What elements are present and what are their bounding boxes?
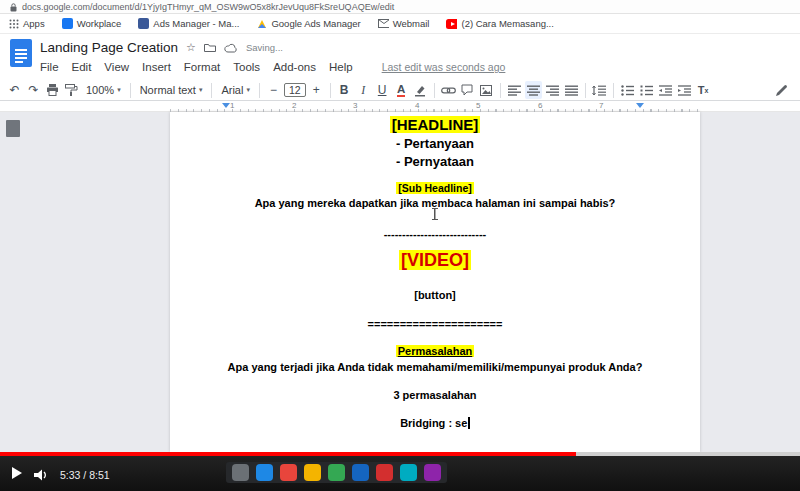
document-title[interactable]: Landing Page Creation xyxy=(40,40,178,55)
menu-insert[interactable]: Insert xyxy=(142,61,171,73)
editing-mode-pencil-icon[interactable] xyxy=(773,81,790,99)
google-ads-icon xyxy=(256,18,267,29)
font-family-select[interactable]: Arial▾ xyxy=(217,81,254,99)
menu-view[interactable]: View xyxy=(104,61,129,73)
screen: docs.google.com/document/d/1YjyIgTHmyr_q… xyxy=(0,0,800,491)
blinking-caret xyxy=(468,417,470,429)
doc-line-headline: [HEADLINE] xyxy=(170,116,700,133)
left-indent-marker[interactable] xyxy=(222,103,230,108)
doc-line-subheadline: [Sub Headline] xyxy=(170,182,700,194)
line-spacing-icon[interactable] xyxy=(591,81,608,99)
youtube-icon xyxy=(446,18,457,29)
menu-edit[interactable]: Edit xyxy=(72,61,92,73)
menu-bar: File Edit View Insert Format Tools Add-o… xyxy=(40,61,505,73)
underline-button[interactable]: U xyxy=(374,81,391,99)
doc-line: - Pertanyaan xyxy=(170,136,700,151)
docs-header: Landing Page Creation ☆ Saving... File E… xyxy=(0,34,800,80)
bookmarks-bar: Apps Workplace Ads Manager - Ma... Googl… xyxy=(0,14,800,34)
undo-icon[interactable]: ↶ xyxy=(6,81,23,99)
paragraph-style-select[interactable]: Normal text▾ xyxy=(136,81,207,99)
chevron-down-icon: ▾ xyxy=(199,86,203,94)
paint-format-icon[interactable] xyxy=(63,81,80,99)
redo-icon[interactable]: ↷ xyxy=(25,81,42,99)
add-comment-icon[interactable] xyxy=(459,81,476,99)
ruler-number: 2 xyxy=(292,101,296,110)
google-docs-logo[interactable] xyxy=(10,39,32,71)
font-size-decrease-button[interactable]: − xyxy=(265,81,282,99)
taskbar-app-icon xyxy=(232,464,249,481)
insert-link-icon[interactable] xyxy=(440,81,457,99)
chevron-down-icon: ▾ xyxy=(246,86,250,94)
doc-line: Apa yang terjadi jika Anda tidak memaham… xyxy=(170,361,700,373)
print-icon[interactable] xyxy=(44,81,61,99)
bookmark-youtube-tab[interactable]: (2) Cara Memasang... xyxy=(446,18,553,29)
menu-format[interactable]: Format xyxy=(184,61,220,73)
clear-formatting-button[interactable]: Tx xyxy=(695,81,712,99)
text-color-button[interactable]: A xyxy=(397,84,405,97)
ruler-number: 5 xyxy=(476,101,480,110)
doc-line: [button] xyxy=(170,289,700,301)
document-page[interactable]: [HEADLINE] - Pertanyaan - Pernyataan [Su… xyxy=(170,112,700,452)
zoom-select[interactable]: 100%▾ xyxy=(82,81,125,99)
ruler-number: 7 xyxy=(599,101,603,110)
doc-line: 3 permasalahan xyxy=(170,389,700,401)
apps-grid-icon xyxy=(8,18,19,29)
doc-line-permasalahan: Permasalahan xyxy=(170,345,700,357)
font-size-increase-button[interactable]: + xyxy=(308,81,325,99)
right-indent-marker[interactable] xyxy=(636,103,644,108)
highlight-color-button[interactable] xyxy=(412,81,429,99)
document-outline-icon[interactable] xyxy=(6,120,20,137)
doc-line-bridging: Bridging : se xyxy=(170,417,700,429)
taskbar-app-icon xyxy=(424,464,441,481)
last-edit-link[interactable]: Last edit was seconds ago xyxy=(382,61,506,73)
doc-line-video: [VIDEO] xyxy=(170,250,700,271)
chevron-down-icon: ▾ xyxy=(117,86,121,94)
browser-address-bar[interactable]: docs.google.com/document/d/1YjyIgTHmyr_q… xyxy=(0,0,800,14)
recorded-taskbar xyxy=(226,462,447,483)
workplace-icon xyxy=(62,18,73,29)
bookmark-google-ads-manager[interactable]: Google Ads Manager xyxy=(256,18,360,29)
menu-tools[interactable]: Tools xyxy=(233,61,260,73)
bookmark-workplace[interactable]: Workplace xyxy=(62,18,122,29)
document-canvas: [HEADLINE] - Pertanyaan - Pernyataan [Su… xyxy=(0,112,800,452)
docs-toolbar: ↶ ↷ 100%▾ Normal text▾ Arial▾ − 12 + B I… xyxy=(0,80,800,101)
play-icon[interactable] xyxy=(12,467,22,479)
doc-line-divider: ===================== xyxy=(170,318,700,330)
insert-image-icon[interactable] xyxy=(478,81,495,99)
menu-addons[interactable]: Add-ons xyxy=(273,61,316,73)
ruler-number: 1 xyxy=(230,101,234,110)
increase-indent-icon[interactable] xyxy=(676,81,693,99)
font-size-input[interactable]: 12 xyxy=(284,83,306,97)
star-icon[interactable]: ☆ xyxy=(186,41,196,54)
italic-button[interactable]: I xyxy=(355,81,372,99)
bookmark-ads-manager[interactable]: Ads Manager - Ma... xyxy=(138,18,239,29)
taskbar-app-icon xyxy=(256,464,273,481)
volume-icon[interactable] xyxy=(34,467,50,485)
bookmark-apps[interactable]: Apps xyxy=(8,18,45,29)
bulleted-list-icon[interactable] xyxy=(619,81,636,99)
taskbar-app-icon xyxy=(328,464,345,481)
menu-help[interactable]: Help xyxy=(329,61,353,73)
bold-button[interactable]: B xyxy=(336,81,353,99)
ads-manager-icon xyxy=(138,18,149,29)
align-center-icon[interactable] xyxy=(525,81,542,99)
doc-line: - Pernyataan xyxy=(170,154,700,169)
taskbar-app-icon xyxy=(376,464,393,481)
taskbar-app-icon xyxy=(352,464,369,481)
move-folder-icon[interactable] xyxy=(204,43,216,53)
align-justify-icon[interactable] xyxy=(563,81,580,99)
align-right-icon[interactable] xyxy=(544,81,561,99)
ruler-number: 6 xyxy=(538,101,542,110)
video-time: 5:33 / 8:51 xyxy=(60,469,110,481)
menu-file[interactable]: File xyxy=(40,61,59,73)
envelope-icon xyxy=(378,18,389,29)
page-url: docs.google.com/document/d/1YjyIgTHmyr_q… xyxy=(22,2,394,12)
saving-status: Saving... xyxy=(246,42,283,53)
align-left-icon[interactable] xyxy=(506,81,523,99)
horizontal-ruler[interactable]: 1 2 3 4 5 6 7 xyxy=(0,101,800,112)
taskbar-app-icon xyxy=(304,464,321,481)
decrease-indent-icon[interactable] xyxy=(657,81,674,99)
numbered-list-icon[interactable] xyxy=(638,81,655,99)
bookmark-webmail[interactable]: Webmail xyxy=(378,18,430,29)
doc-line-divider: ---------------------------- xyxy=(170,228,700,240)
